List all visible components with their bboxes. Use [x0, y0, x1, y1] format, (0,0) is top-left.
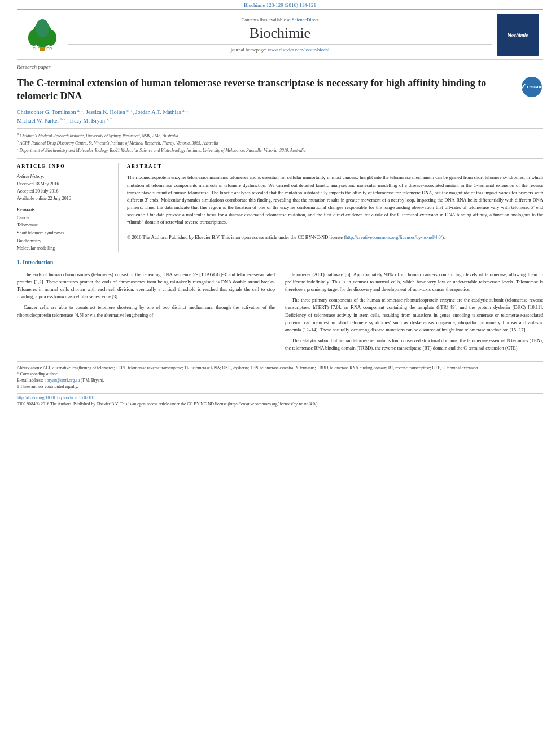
crossmark-badge-container[interactable]: ✓ CrossMark — [520, 77, 543, 97]
email-link[interactable]: t.bryan@cmri.org.au — [45, 378, 80, 383]
cc-license-link[interactable]: http://creativecommons.org/licenses/by-n… — [345, 234, 442, 240]
intro-col-2: telomeres (ALT) pathway [6]. Approximate… — [285, 271, 543, 356]
abstract-copyright: © 2016 The Authors. Published by Elsevie… — [127, 234, 445, 240]
keyword-cancer: Cancer — [17, 214, 112, 222]
corresponding-footnote: * Corresponding author. — [17, 371, 543, 377]
intro-col2-text: telomeres (ALT) pathway [6]. Approximate… — [285, 271, 543, 352]
bottom-bar: http://dx.doi.org/10.1016/j.biochi.2016.… — [17, 393, 543, 408]
biochimie-logo: biochimie — [497, 14, 539, 56]
svg-text:ELSEVIER: ELSEVIER — [33, 47, 53, 51]
introduction-body: The ends of human chromosomes (telomeres… — [17, 271, 543, 356]
doi-line: http://dx.doi.org/10.1016/j.biochi.2016.… — [17, 395, 543, 400]
article-history-label: Article history: — [17, 174, 112, 179]
introduction-heading: 1. Introduction — [17, 259, 543, 265]
intro-para-1: The ends of human chromosomes (telomeres… — [17, 271, 275, 301]
article-title: The C-terminal extension of human telome… — [17, 77, 515, 103]
accepted-date: Accepted 20 July 2016 — [17, 188, 112, 195]
introduction-section: 1. Introduction The ends of human chromo… — [17, 259, 543, 356]
keyword-molecular-modelling: Molecular modelling — [17, 244, 112, 252]
main-content: Research paper The C-terminal extension … — [17, 60, 543, 390]
contents-available-text: Contents lists available at ScienceDirec… — [68, 17, 492, 23]
bottom-copyright: 0300-9084/© 2016 The Authors. Published … — [17, 401, 543, 407]
title-section: The C-terminal extension of human telome… — [17, 77, 543, 103]
page: Biochimie 128-129 (2016) 114-121 ELSEVIE… — [0, 0, 560, 747]
crossmark-icon: ✓ CrossMark — [522, 77, 542, 97]
keywords-label: Keywords: — [17, 207, 112, 212]
svg-point-4 — [36, 19, 49, 37]
keywords-list: Cancer Telomerase Short telomere syndrom… — [17, 214, 112, 252]
abstract-column: ABSTRACT The ribonucleoprotein enzyme te… — [127, 163, 543, 252]
received-date: Received 18 May 2016 — [17, 181, 112, 188]
affiliations-section: a Children's Medical Research Institute,… — [17, 128, 543, 154]
article-history-items: Received 18 May 2016 Accepted 20 July 20… — [17, 181, 112, 202]
journal-title-section: Contents lists available at ScienceDirec… — [68, 17, 492, 53]
intro-col1-text: The ends of human chromosomes (telomeres… — [17, 271, 275, 319]
journal-header: ELSEVIER Contents lists available at Sci… — [17, 9, 543, 60]
abstract-text: The ribonucleoprotein enzyme telomerase … — [127, 174, 543, 241]
article-type-label: Research paper — [17, 64, 543, 72]
elsevier-tree-icon: ELSEVIER — [23, 18, 62, 52]
footnotes-section: Abbreviations: ALT, alternative lengthen… — [17, 361, 543, 390]
doi-link[interactable]: http://dx.doi.org/10.1016/j.biochi.2016.… — [17, 395, 95, 400]
article-info-column: ARTICLE INFO Article history: Received 1… — [17, 163, 119, 252]
journal-name: Biochimie — [68, 25, 492, 42]
intro-para-5: The catalytic subunit of human telomeras… — [285, 337, 543, 352]
keyword-telomerase: Telomerase — [17, 221, 112, 229]
journal-reference-bar: Biochimie 128-129 (2016) 114-121 — [0, 0, 560, 9]
abbreviations-footnote: Abbreviations: ALT, alternative lengthen… — [17, 365, 543, 371]
keywords-section: Keywords: Cancer Telomerase Short telome… — [17, 207, 112, 252]
abstract-heading: ABSTRACT — [127, 163, 543, 171]
intro-col-1: The ends of human chromosomes (telomeres… — [17, 271, 275, 356]
keyword-biochemistry: Biochemistry — [17, 237, 112, 245]
journal-ref: Biochimie 128-129 (2016) 114-121 — [244, 2, 316, 8]
intro-para-2: Cancer cells are able to counteract telo… — [17, 304, 275, 318]
article-info-heading: ARTICLE INFO — [17, 163, 112, 171]
elsevier-logo-section: ELSEVIER — [17, 18, 68, 52]
intro-para-4: The three primary components of the huma… — [285, 296, 543, 334]
intro-para-3: telomeres (ALT) pathway [6]. Approximate… — [285, 271, 543, 294]
authors-line: Christopher G. Tomlinson a, 1, Jessica K… — [17, 108, 543, 125]
email-footnote: E-mail address: t.bryan@cmri.org.au (T.M… — [17, 377, 543, 383]
article-info-abstract-section: ARTICLE INFO Article history: Received 1… — [17, 158, 543, 252]
biochimie-logo-section: biochimie — [492, 14, 543, 56]
keyword-short-telomere: Short telomere syndromes — [17, 229, 112, 237]
available-online-date: Available online 22 July 2016 — [17, 195, 112, 203]
equal-contrib-footnote: 1 These authors contributed equally. — [17, 383, 543, 390]
homepage-line: journal homepage: www.elsevier.com/locat… — [68, 44, 492, 53]
sciencedirect-link[interactable]: ScienceDirect — [292, 17, 319, 23]
homepage-url[interactable]: www.elsevier.com/locate/biochi — [268, 47, 329, 53]
